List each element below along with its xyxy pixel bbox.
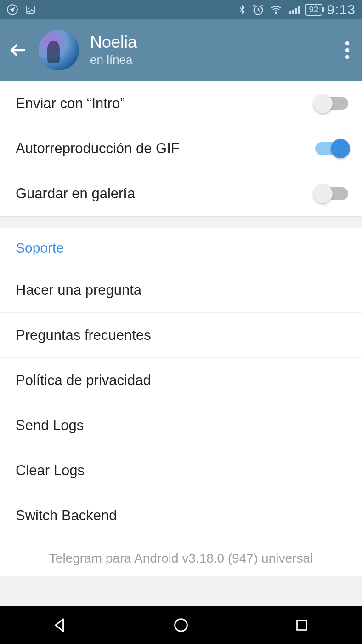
battery-indicator: 92	[305, 4, 322, 16]
support-item-faq[interactable]: Preguntas frecuentes	[0, 313, 362, 358]
header-title-group: Noelia en línea	[90, 33, 330, 67]
support-item-privacy[interactable]: Política de privacidad	[0, 358, 362, 403]
toggle-switch[interactable]	[315, 97, 348, 110]
section-title-label: Soporte	[16, 240, 64, 256]
item-label: Switch Backend	[16, 507, 117, 524]
svg-rect-7	[295, 8, 297, 14]
android-nav-bar	[0, 606, 362, 644]
section-divider	[0, 216, 362, 228]
more-menu-button[interactable]	[341, 37, 354, 63]
support-section: Soporte Hacer una pregunta Preguntas fre…	[0, 228, 362, 538]
wifi-icon	[269, 4, 283, 15]
image-icon	[25, 4, 36, 15]
telegram-icon	[6, 4, 18, 16]
support-item-send-logs[interactable]: Send Logs	[0, 403, 362, 448]
svg-point-2	[28, 8, 29, 9]
battery-level: 92	[309, 5, 318, 15]
signal-icon	[288, 4, 300, 15]
svg-rect-1	[26, 6, 34, 13]
avatar[interactable]	[39, 30, 79, 70]
nav-recent-button[interactable]	[279, 611, 325, 639]
setting-label: Enviar con “Intro”	[16, 95, 125, 112]
contact-name: Noelia	[90, 33, 330, 52]
setting-save-to-gallery[interactable]: Guardar en galería	[0, 171, 362, 216]
svg-rect-10	[297, 621, 306, 630]
app-version: Telegram para Android v3.18.0 (947) univ…	[0, 538, 362, 576]
app-header: Noelia en línea	[0, 19, 362, 81]
alarm-icon	[252, 3, 265, 16]
setting-label: Autorreproducción de GIF	[16, 140, 180, 157]
svg-point-4	[276, 12, 277, 14]
svg-rect-5	[289, 12, 291, 14]
item-label: Clear Logs	[16, 462, 85, 479]
status-left-group	[6, 4, 36, 16]
support-item-ask-question[interactable]: Hacer una pregunta	[0, 268, 362, 313]
support-item-switch-backend[interactable]: Switch Backend	[0, 493, 362, 538]
svg-point-9	[175, 619, 187, 632]
nav-home-button[interactable]	[158, 611, 204, 639]
settings-toggle-section: Enviar con “Intro” Autorreproducción de …	[0, 81, 362, 216]
nav-back-button[interactable]	[37, 611, 83, 639]
clock: 9:13	[327, 2, 356, 17]
status-right-group: 92 9:13	[237, 2, 356, 17]
svg-rect-8	[298, 6, 300, 14]
section-title: Soporte	[0, 228, 362, 268]
item-label: Preguntas frecuentes	[16, 327, 151, 344]
item-label: Política de privacidad	[16, 372, 151, 389]
back-button[interactable]	[8, 40, 28, 60]
svg-rect-6	[292, 10, 294, 14]
support-item-clear-logs[interactable]: Clear Logs	[0, 448, 362, 493]
setting-send-with-enter[interactable]: Enviar con “Intro”	[0, 81, 362, 126]
version-text: Telegram para Android v3.18.0 (947) univ…	[49, 551, 313, 565]
contact-status: en línea	[90, 53, 330, 67]
setting-label: Guardar en galería	[16, 185, 135, 202]
status-bar: 92 9:13	[0, 0, 362, 19]
item-label: Hacer una pregunta	[16, 282, 141, 299]
bluetooth-icon	[237, 3, 247, 16]
item-label: Send Logs	[16, 417, 84, 434]
toggle-switch[interactable]	[315, 187, 348, 200]
setting-gif-autoplay[interactable]: Autorreproducción de GIF	[0, 126, 362, 171]
toggle-switch[interactable]	[315, 142, 348, 155]
